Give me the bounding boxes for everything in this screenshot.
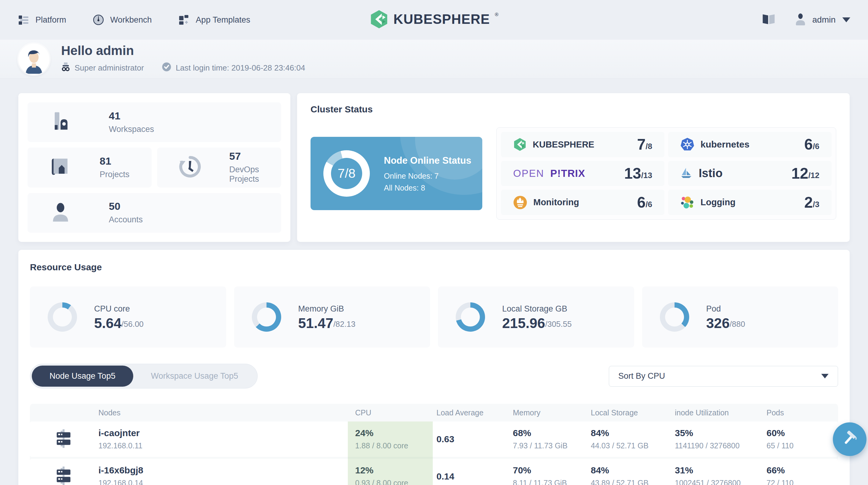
cluster-status-title: Cluster Status <box>311 104 836 115</box>
load-average-value: 0.14 <box>436 471 454 481</box>
elasticsearch-icon <box>680 195 694 209</box>
last-login-label: Last login time: 2019-06-28 23:46:04 <box>176 63 305 73</box>
projects-icon <box>49 155 72 180</box>
workbench-icon <box>93 14 104 26</box>
resource-usage-card: Resource Usage CPU core 5.64 /56.00 Memo… <box>18 250 850 485</box>
role-badge-icon <box>61 62 70 74</box>
devops-label: DevOps Projects <box>229 165 281 184</box>
devops-tile[interactable]: 57 DevOps Projects <box>157 148 281 187</box>
inode-detail: 1002451 / 3276800 <box>675 479 763 485</box>
tab-node-usage-top5[interactable]: Node Usage Top5 <box>32 365 133 387</box>
inode-percent: 35% <box>675 428 763 438</box>
kubernetes-icon <box>680 137 694 152</box>
service-kubesphere: KUBESPHERE 7 /8 <box>501 132 664 157</box>
pods-detail: 65 / 110 <box>767 441 837 450</box>
service-value: 13 <box>624 166 641 181</box>
sort-caret-icon <box>821 374 829 379</box>
service-total: /8 <box>646 142 652 152</box>
projects-count: 81 <box>100 156 130 166</box>
kubesphere-logo[interactable]: KUBESPHERE ® <box>370 9 498 30</box>
service-name-label: Istio <box>699 167 722 180</box>
table-row[interactable]: i-caojnter 192.168.0.11 24% 1.88 / 8.00 … <box>30 421 838 457</box>
service-name-label: Logging <box>701 197 735 207</box>
nav-item-platform[interactable]: Platform <box>18 14 66 26</box>
pods-percent: 66% <box>767 466 837 475</box>
accounts-tile[interactable]: 50 Accounts <box>28 193 281 233</box>
node-name: i-caojnter <box>98 428 143 438</box>
online-nodes-count: Online Nodes: 7 <box>384 172 471 181</box>
col-header-pods: Pods <box>763 408 837 417</box>
projects-label: Projects <box>100 170 130 179</box>
memory-percent: 70% <box>513 466 587 475</box>
nav-item-label: Workbench <box>110 15 152 25</box>
brand-wordmark: KUBESPHERE <box>393 9 490 29</box>
metric-label: Memory GiB <box>298 304 355 314</box>
cluster-services-grid: KUBESPHERE 7 /8 kubernetes 6 <box>496 127 836 220</box>
brand-registered-mark: ® <box>495 12 498 18</box>
openpitrix-wordmark-bold: P!TRIX <box>551 168 585 179</box>
cpu-donut <box>48 302 77 332</box>
service-value: 6 <box>804 137 813 152</box>
service-total: /6 <box>646 200 652 210</box>
col-header-local-storage: Local Storage <box>587 408 671 417</box>
usage-tabs: Node Usage Top5 Workspace Usage Top5 <box>30 364 258 388</box>
col-header-nodes: Nodes <box>30 408 348 417</box>
nav-item-app-templates[interactable]: App Templates <box>178 14 250 26</box>
pod-donut <box>660 302 689 332</box>
cpu-detail: 0.93 / 8.00 core <box>355 479 433 485</box>
nav-item-label: Platform <box>35 15 66 25</box>
user-menu[interactable]: admin <box>795 13 850 27</box>
kubesphere-logo-icon <box>370 9 389 30</box>
last-login: Last login time: 2019-06-28 23:46:04 <box>162 62 305 74</box>
workspaces-count: 41 <box>109 110 154 121</box>
app-templates-icon <box>178 14 190 26</box>
kubesphere-service-icon <box>513 137 527 152</box>
service-logging: Logging 2 /3 <box>668 190 832 215</box>
storage-metric-card: Local Storage GB 215.96 /305.55 <box>438 287 634 348</box>
sort-by-select[interactable]: Sort By CPU <box>609 366 838 387</box>
toolbox-fab-button[interactable] <box>833 422 866 456</box>
workspaces-tile[interactable]: 41 Workspaces <box>28 102 281 142</box>
service-kubernetes: kubernetes 6 /6 <box>668 132 832 157</box>
openpitrix-logo: OPENP!TRIX <box>513 168 585 179</box>
col-header-memory: Memory <box>509 408 587 417</box>
service-value: 12 <box>791 166 808 181</box>
service-value: 2 <box>804 195 813 210</box>
nav-item-workbench[interactable]: Workbench <box>93 14 152 26</box>
node-ip: 192.168.0.14 <box>98 479 143 485</box>
service-monitoring: Monitoring 6 /6 <box>501 190 664 215</box>
metric-total: /56.00 <box>122 320 144 330</box>
service-total: /6 <box>813 142 819 152</box>
projects-tile[interactable]: 81 Projects <box>28 148 152 187</box>
col-header-load-average: Load Average <box>433 408 509 417</box>
metric-total: /880 <box>730 320 745 330</box>
metric-used: 51.47 <box>298 316 334 330</box>
user-role: Super administrator <box>61 62 144 74</box>
metric-used: 215.96 <box>502 316 545 330</box>
node-name: i-16x6bgj8 <box>98 466 143 475</box>
clock-check-icon <box>162 62 172 74</box>
server-icon <box>54 429 73 450</box>
service-name-label: kubernetes <box>701 139 749 150</box>
docs-book-icon[interactable] <box>762 13 776 27</box>
memory-donut <box>252 302 281 332</box>
tab-workspace-usage-top5[interactable]: Workspace Usage Top5 <box>133 365 256 387</box>
storage-percent: 84% <box>591 466 671 475</box>
service-name-label: Monitoring <box>533 197 579 207</box>
service-total: /3 <box>813 200 819 210</box>
inode-percent: 31% <box>675 466 763 475</box>
service-value: 6 <box>637 195 646 210</box>
sort-by-value: Sort By CPU <box>618 371 665 381</box>
devops-count: 57 <box>229 151 281 161</box>
metric-total: /305.55 <box>545 320 572 330</box>
load-average-value: 0.63 <box>436 434 454 444</box>
node-online-fraction: 7/8 <box>323 150 370 197</box>
all-nodes-count: All Nodes: 8 <box>384 184 471 192</box>
server-icon <box>54 466 73 485</box>
cpu-detail: 1.88 / 8.00 core <box>355 441 433 450</box>
nav-item-label: App Templates <box>196 15 250 25</box>
openpitrix-wordmark-light: OPEN <box>513 168 544 179</box>
metric-label: Local Storage GB <box>502 304 571 314</box>
table-row[interactable]: i-16x6bgj8 192.168.0.14 12% 0.93 / 8.00 … <box>30 459 838 485</box>
profile-avatar <box>18 44 50 75</box>
